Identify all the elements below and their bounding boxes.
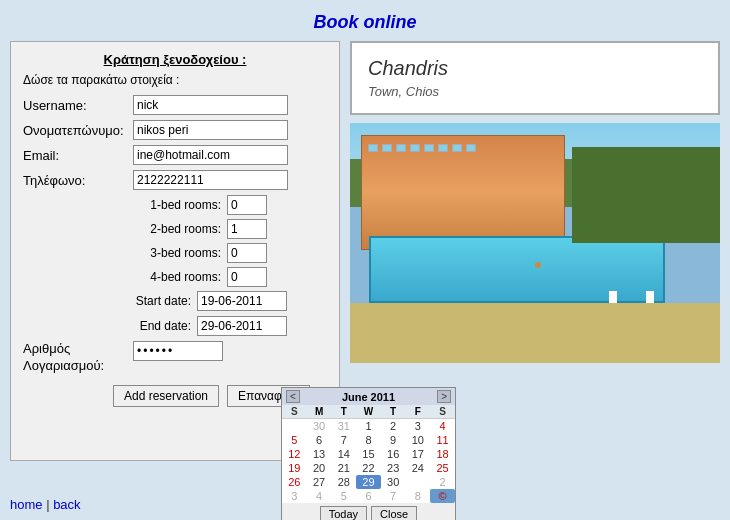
calendar-close-button[interactable]: Close [371,506,417,520]
calendar-day[interactable]: 11 [430,433,455,447]
cal-day-s1: S [282,405,307,419]
calendar-day[interactable]: 8 [406,489,431,503]
calendar-day[interactable]: 9 [381,433,406,447]
username-label: Username: [23,98,133,113]
phone-row: Τηλέφωνο: [23,170,327,190]
cal-day-w: W [356,405,381,419]
calendar-footer: Today Close [282,503,455,520]
calendar-day[interactable]: © [430,489,455,503]
calendar-day[interactable]: 26 [282,475,307,489]
fullname-input[interactable] [133,120,288,140]
cal-day-f: F [406,405,431,419]
calendar-day[interactable]: 15 [356,447,381,461]
cal-day-s2: S [430,405,455,419]
calendar-day[interactable] [406,475,431,489]
end-date-label: End date: [111,319,191,333]
fullname-label: Ονοματεπώνυμο: [23,123,133,138]
back-link[interactable]: back [53,497,80,512]
calendar-day[interactable]: 3 [282,489,307,503]
calendar-next-button[interactable]: > [437,390,451,403]
calendar-day[interactable]: 22 [356,461,381,475]
rooms-1bed-row: 1-bed rooms: [23,195,327,215]
rooms-4bed-label: 4-bed rooms: [121,270,221,284]
rooms-4bed-input[interactable] [227,267,267,287]
calendar-day[interactable]: 14 [331,447,356,461]
email-label: Email: [23,148,133,163]
calendar-day[interactable]: 25 [430,461,455,475]
footer: home | back [10,497,81,512]
calendar-day[interactable]: 2 [381,419,406,434]
calendar-day[interactable]: 23 [381,461,406,475]
hotel-name: Chandris [368,57,702,80]
calendar-day[interactable]: 4 [430,419,455,434]
rooms-3bed-input[interactable] [227,243,267,263]
form-title: Κράτηση ξενοδοχείου : [23,52,327,67]
calendar-day[interactable]: 12 [282,447,307,461]
calendar-day[interactable] [282,419,307,434]
calendar-day[interactable]: 17 [406,447,431,461]
rooms-2bed-input[interactable] [227,219,267,239]
end-date-input[interactable] [197,316,287,336]
calendar-day[interactable]: 13 [307,447,332,461]
rooms-3bed-label: 3-bed rooms: [121,246,221,260]
calendar-day[interactable]: 5 [282,433,307,447]
start-date-label: Start date: [111,294,191,308]
fullname-row: Ονοματεπώνυμο: [23,120,327,140]
calendar-day[interactable]: 21 [331,461,356,475]
home-link[interactable]: home [10,497,43,512]
calendar-day[interactable]: 5 [331,489,356,503]
rooms-1bed-label: 1-bed rooms: [121,198,221,212]
start-date-row: Start date: [23,291,327,311]
calendar-day[interactable]: 29 [356,475,381,489]
calendar-day[interactable]: 28 [331,475,356,489]
rooms-2bed-label: 2-bed rooms: [121,222,221,236]
calendar-day[interactable]: 8 [356,433,381,447]
calendar-day[interactable]: 1 [356,419,381,434]
calendar-today-button[interactable]: Today [320,506,367,520]
calendar-day[interactable]: 31 [331,419,356,434]
calendar-day[interactable]: 27 [307,475,332,489]
calendar-day[interactable]: 2 [430,475,455,489]
hotel-info-box: Chandris Town, Chios [350,41,720,115]
calendar-day[interactable]: 20 [307,461,332,475]
username-row: Username: [23,95,327,115]
start-date-input[interactable] [197,291,287,311]
calendar-day[interactable]: 16 [381,447,406,461]
calendar-day[interactable]: 30 [381,475,406,489]
account-input[interactable] [133,341,223,361]
calendar-day[interactable]: 24 [406,461,431,475]
rooms-4bed-row: 4-bed rooms: [23,267,327,287]
calendar-grid: S M T W T F S 30311234567891011121314151… [282,405,455,503]
footer-separator: | [43,497,54,512]
calendar-day[interactable]: 7 [331,433,356,447]
calendar-day[interactable]: 18 [430,447,455,461]
hotel-image [350,123,720,363]
calendar-day[interactable]: 6 [356,489,381,503]
calendar-popup: < June 2011 > S M T W T F S 3 [281,387,456,520]
calendar-prev-button[interactable]: < [286,390,300,403]
calendar-header: < June 2011 > [282,388,455,405]
phone-input[interactable] [133,170,288,190]
cal-day-m: M [307,405,332,419]
phone-label: Τηλέφωνο: [23,173,133,188]
username-input[interactable] [133,95,288,115]
rooms-2bed-row: 2-bed rooms: [23,219,327,239]
calendar-day[interactable]: 6 [307,433,332,447]
cal-day-t1: T [331,405,356,419]
account-label: Αριθμός Λογαριασμού: [23,341,133,375]
calendar-day[interactable]: 10 [406,433,431,447]
calendar-month-year: June 2011 [342,391,395,403]
calendar-day[interactable]: 7 [381,489,406,503]
calendar-day[interactable]: 19 [282,461,307,475]
add-reservation-button[interactable]: Add reservation [113,385,219,407]
email-row: Email: [23,145,327,165]
hotel-location: Town, Chios [368,84,702,99]
calendar-day[interactable]: 3 [406,419,431,434]
reservation-form: Κράτηση ξενοδοχείου : Δώσε τα παρακάτω σ… [10,41,340,461]
calendar-day[interactable]: 30 [307,419,332,434]
calendar-day[interactable]: 4 [307,489,332,503]
rooms-1bed-input[interactable] [227,195,267,215]
end-date-row: End date: [23,316,327,336]
email-input[interactable] [133,145,288,165]
page-title: Book online [0,0,730,41]
